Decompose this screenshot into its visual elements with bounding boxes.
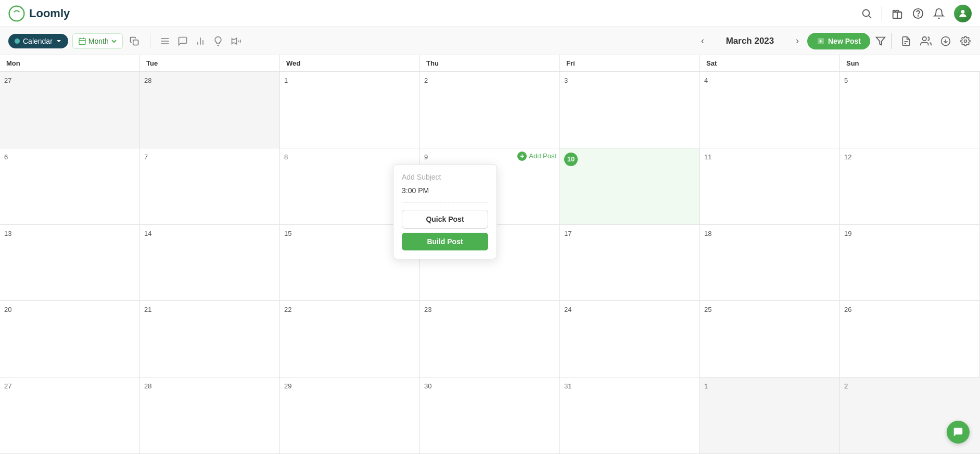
date-num: 26: [844, 306, 851, 313]
cal-cell-w1d2[interactable]: 28: [140, 72, 280, 148]
cal-cell-w3d1[interactable]: 13: [0, 225, 140, 301]
chat-bubble-button[interactable]: [947, 421, 970, 444]
cal-cell-w5d6[interactable]: 1: [700, 377, 840, 454]
cal-cell-w1d3[interactable]: 1: [280, 72, 420, 148]
date-num: 21: [144, 306, 151, 313]
day-header-mon: Mon: [0, 55, 140, 71]
top-icons: [861, 5, 972, 22]
date-num: 7: [144, 153, 148, 161]
cal-cell-w5d1[interactable]: 27: [0, 377, 140, 454]
date-num: 24: [564, 306, 571, 313]
new-post-label: New Post: [828, 37, 861, 45]
filter-icon[interactable]: [874, 35, 887, 47]
chat-view-icon[interactable]: [176, 35, 189, 47]
day-header-thu: Thu: [420, 55, 560, 71]
cal-cell-w1d6[interactable]: 4: [700, 72, 840, 148]
nav-area: ‹ March 2023 ›: [697, 33, 803, 48]
date-num: 2: [424, 77, 428, 84]
post-popup: Add Subject 3:00 PM Quick Post Build Pos…: [393, 164, 497, 259]
build-post-button[interactable]: Build Post: [402, 233, 488, 250]
date-num: 11: [704, 153, 711, 161]
idea-view-icon[interactable]: [212, 35, 224, 47]
date-num: 1: [704, 382, 708, 390]
new-post-button[interactable]: New Post: [807, 33, 870, 49]
date-num: 4: [704, 77, 708, 84]
cal-cell-w3d5[interactable]: 17: [560, 225, 700, 301]
next-month-button[interactable]: ›: [792, 33, 803, 48]
date-num: 3: [564, 77, 568, 84]
broadcast-view-icon[interactable]: [230, 35, 242, 47]
cal-cell-w1d4[interactable]: 2: [420, 72, 560, 148]
cal-cell-w3d6[interactable]: 18: [700, 225, 840, 301]
search-icon[interactable]: [861, 8, 872, 19]
avatar[interactable]: [954, 5, 972, 22]
cal-cell-w5d5[interactable]: 31: [560, 377, 700, 454]
popup-subject-placeholder[interactable]: Add Subject: [402, 173, 488, 181]
cal-cell-w2d1[interactable]: 6: [0, 148, 140, 225]
cal-cell-w1d1[interactable]: 27: [0, 72, 140, 148]
date-num: 20: [4, 306, 11, 313]
month-selector[interactable]: Month: [72, 33, 123, 49]
month-label: Month: [88, 37, 109, 45]
date-num: 18: [704, 230, 711, 237]
quick-post-button[interactable]: Quick Post: [402, 210, 488, 229]
cal-cell-w5d4[interactable]: 30: [420, 377, 560, 454]
cal-cell-w4d1[interactable]: 20: [0, 301, 140, 377]
svg-point-7: [918, 16, 919, 16]
logo: Loomly: [8, 5, 70, 22]
view-icons: [159, 35, 242, 47]
cal-cell-w3d7[interactable]: 19: [840, 225, 980, 301]
right-divider: [891, 33, 892, 49]
cal-cell-w4d5[interactable]: 24: [560, 301, 700, 377]
cal-cell-w2d2[interactable]: 7: [140, 148, 280, 225]
chart-view-icon[interactable]: [194, 35, 207, 47]
date-num: 30: [424, 382, 431, 390]
date-num: 13: [4, 230, 11, 237]
add-post-circle-icon: +: [517, 152, 527, 161]
prev-month-button[interactable]: ‹: [697, 33, 708, 48]
cal-cell-w4d7[interactable]: 26: [840, 301, 980, 377]
date-num: 6: [4, 153, 8, 161]
download-icon[interactable]: [939, 35, 952, 47]
day-header-wed: Wed: [280, 55, 420, 71]
cal-cell-w5d2[interactable]: 28: [140, 377, 280, 454]
day-header-sat: Sat: [700, 55, 840, 71]
right-toolbar-icons: [900, 35, 972, 47]
cal-cell-w5d3[interactable]: 29: [280, 377, 420, 454]
notification-icon[interactable]: [933, 8, 945, 19]
cal-cell-today[interactable]: 10: [560, 148, 700, 225]
svg-point-1: [863, 9, 870, 16]
cal-cell-w2d7[interactable]: 12: [840, 148, 980, 225]
date-num: 17: [564, 230, 571, 237]
date-num: 28: [144, 77, 151, 84]
day-header-fri: Fri: [560, 55, 700, 71]
cal-cell-w4d3[interactable]: 22: [280, 301, 420, 377]
cal-cell-w2d6[interactable]: 11: [700, 148, 840, 225]
date-num: 25: [704, 306, 711, 313]
date-num: 12: [844, 153, 851, 161]
cal-cell-w4d4[interactable]: 23: [420, 301, 560, 377]
calendar-selector[interactable]: Calendar: [8, 34, 68, 48]
svg-rect-13: [133, 40, 138, 45]
date-num: 27: [4, 77, 11, 84]
date-num: 14: [144, 230, 151, 237]
cal-cell-w1d7[interactable]: 5: [840, 72, 980, 148]
date-num: 5: [844, 77, 848, 84]
list-view-icon[interactable]: [159, 35, 171, 47]
notes-icon[interactable]: [900, 35, 912, 47]
cal-cell-w4d6[interactable]: 25: [700, 301, 840, 377]
day-headers: Mon Tue Wed Thu Fri Sat Sun: [0, 55, 980, 72]
svg-point-26: [923, 36, 926, 40]
date-num: 22: [284, 306, 291, 313]
team-icon[interactable]: [920, 35, 932, 47]
cal-cell-w1d5[interactable]: 3: [560, 72, 700, 148]
add-post-button[interactable]: + Add Post: [517, 152, 556, 161]
month-title: March 2023: [714, 36, 786, 46]
date-num: 29: [284, 382, 291, 390]
cal-cell-w4d2[interactable]: 21: [140, 301, 280, 377]
settings-icon[interactable]: [959, 35, 972, 47]
help-icon[interactable]: [912, 8, 924, 19]
gift-icon[interactable]: [892, 8, 903, 19]
cal-cell-w3d2[interactable]: 14: [140, 225, 280, 301]
copy-button[interactable]: [127, 34, 142, 48]
